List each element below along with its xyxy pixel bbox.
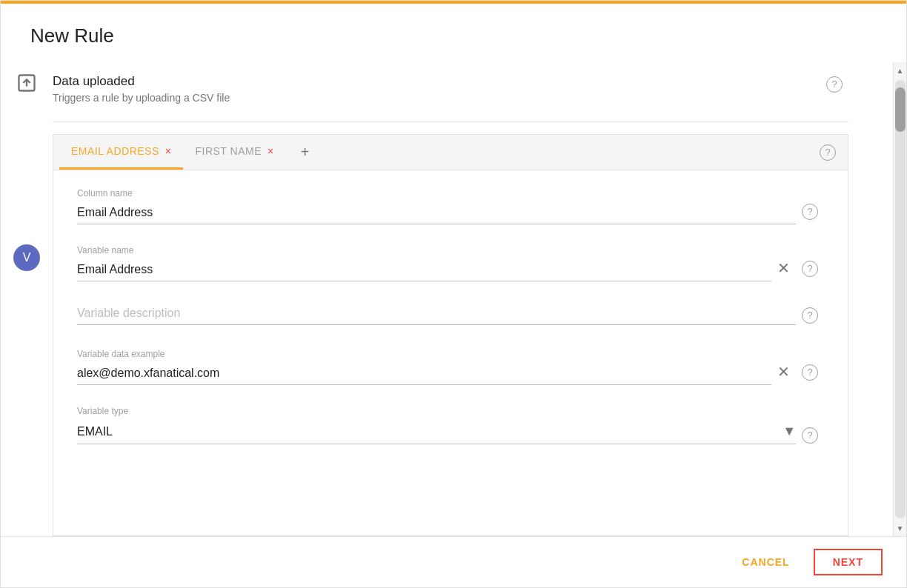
- variable-description-input[interactable]: [77, 302, 796, 325]
- variable-data-example-label: Variable data example: [77, 349, 771, 359]
- form-body: Column name ? Variable name: [53, 170, 848, 536]
- variable-name-field: Variable name: [77, 245, 771, 281]
- page-content: New Rule V Data uploaded: [1, 4, 906, 587]
- scrollbar[interactable]: ▲ ▼: [893, 62, 906, 536]
- tabs-section: EMAIL ADDRESS × FIRST NAME × + ?: [53, 134, 848, 536]
- left-sidebar: V: [1, 62, 53, 536]
- variable-name-label: Variable name: [77, 245, 771, 255]
- variable-name-row: Variable name ✕ ?: [77, 245, 824, 281]
- page-title: New Rule: [30, 24, 877, 47]
- variable-data-example-field: Variable data example: [77, 349, 771, 385]
- variable-name-help-icon[interactable]: ?: [796, 255, 824, 281]
- variable-type-label: Variable type: [77, 406, 796, 416]
- variable-name-clear-icon[interactable]: ✕: [771, 255, 796, 281]
- tabs-help-icon[interactable]: ?: [814, 142, 842, 162]
- tab-first-name[interactable]: FIRST NAME ×: [183, 135, 285, 170]
- window: New Rule V Data uploaded: [0, 0, 907, 588]
- tab-first-name-close[interactable]: ×: [268, 146, 274, 156]
- main-area: V Data uploaded Triggers a rule by uploa…: [1, 62, 906, 536]
- variable-data-example-clear-icon[interactable]: ✕: [771, 358, 796, 385]
- variable-type-row: Variable type EMAIL ▼ ?: [77, 406, 824, 448]
- trigger-subtitle: Triggers a rule by uploading a CSV file: [53, 92, 820, 104]
- variable-type-value: EMAIL: [77, 425, 783, 438]
- content-area: Data uploaded Triggers a rule by uploadi…: [53, 62, 893, 536]
- tab-first-name-label: FIRST NAME: [195, 145, 262, 157]
- column-name-input[interactable]: [77, 201, 796, 224]
- trigger-info: Data uploaded Triggers a rule by uploadi…: [53, 74, 820, 104]
- tabs-header: EMAIL ADDRESS × FIRST NAME × + ?: [53, 134, 848, 170]
- column-name-row: Column name ?: [77, 188, 824, 224]
- scroll-thumb[interactable]: [895, 87, 906, 132]
- column-name-label: Column name: [77, 188, 796, 198]
- variable-type-field: Variable type EMAIL ▼: [77, 406, 796, 444]
- page-title-area: New Rule: [1, 4, 906, 62]
- trigger-help-icon[interactable]: ?: [820, 74, 848, 94]
- tab-add-button[interactable]: +: [292, 138, 319, 167]
- variable-description-row: ?: [77, 302, 824, 328]
- variable-type-dropdown-arrow[interactable]: ▼: [783, 424, 796, 439]
- scroll-track[interactable]: [895, 80, 906, 518]
- trigger-title: Data uploaded: [53, 74, 820, 89]
- column-name-help-icon[interactable]: ?: [796, 198, 824, 224]
- variable-type-select[interactable]: EMAIL ▼: [77, 419, 796, 444]
- variable-data-example-row: Variable data example ✕ ?: [77, 349, 824, 385]
- tab-email-address[interactable]: EMAIL ADDRESS ×: [59, 135, 183, 170]
- footer: CANCEL NEXT: [1, 536, 906, 587]
- variable-type-help-icon[interactable]: ?: [796, 422, 824, 448]
- tab-email-address-close[interactable]: ×: [165, 146, 172, 156]
- variable-data-example-help-icon[interactable]: ?: [796, 359, 824, 385]
- variable-description-help-icon[interactable]: ?: [796, 302, 824, 328]
- scroll-up-arrow[interactable]: ▲: [894, 64, 907, 77]
- variable-data-example-input[interactable]: [77, 362, 771, 385]
- variable-description-field: [77, 302, 796, 325]
- next-button[interactable]: NEXT: [814, 549, 883, 575]
- upload-icon: [13, 70, 40, 96]
- trigger-row: Data uploaded Triggers a rule by uploadi…: [53, 62, 848, 122]
- avatar: V: [13, 244, 40, 271]
- scroll-down-arrow[interactable]: ▼: [894, 521, 907, 535]
- variable-name-input[interactable]: [77, 258, 771, 281]
- column-name-field: Column name: [77, 188, 796, 224]
- cancel-button[interactable]: CANCEL: [730, 550, 801, 574]
- tab-email-address-label: EMAIL ADDRESS: [71, 145, 159, 157]
